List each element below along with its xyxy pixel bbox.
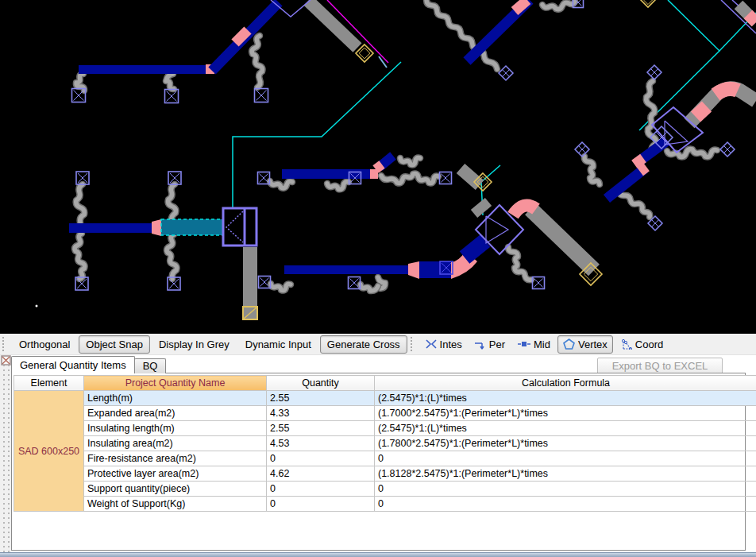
cursor-dot bbox=[36, 305, 38, 308]
snap-label: Intes bbox=[440, 338, 462, 350]
duct-path bbox=[716, 89, 738, 95]
toolbar-grip[interactable] bbox=[2, 337, 8, 351]
toolbar-button-display-in-grey[interactable]: Display In Grey bbox=[152, 335, 237, 354]
anchor-box-cross bbox=[442, 174, 450, 183]
snap-button-coord[interactable]: Coord bbox=[615, 335, 669, 354]
quantity-value-cell[interactable]: 4.33 bbox=[267, 406, 375, 421]
tab-general-quantity-items[interactable]: General Quantity Items bbox=[11, 356, 135, 373]
formula-cell[interactable]: (2.5475)*1:(L)*times bbox=[375, 421, 756, 436]
table-row: Insulating area(m2)4.53(1.7800*2.5475)*1… bbox=[14, 436, 756, 451]
quantity-value-cell[interactable]: 0 bbox=[267, 451, 375, 466]
anchor-box-cross bbox=[260, 278, 269, 287]
duct-line bbox=[474, 202, 488, 214]
formula-cell[interactable]: (2.5475)*1:(L)*times bbox=[375, 391, 756, 406]
column-header-project-quantity-name: Project Quantity Name bbox=[84, 376, 267, 391]
anchor-box-cross bbox=[256, 91, 267, 101]
table-row: Fire-resistance area(m2)00 bbox=[14, 451, 756, 466]
toolbar-button-orthogonal[interactable]: Orthogonal bbox=[12, 335, 77, 354]
quantity-value-cell[interactable]: 4.62 bbox=[267, 466, 375, 482]
toolbar: OrthogonalObject SnapDisplay In GreyDyna… bbox=[0, 334, 756, 355]
column-header-quantity: Quantity bbox=[267, 376, 375, 391]
duct-rect bbox=[282, 169, 370, 179]
cad-drawing bbox=[0, 0, 756, 334]
formula-cell[interactable]: 0 bbox=[375, 482, 756, 497]
anchor-box-cross bbox=[167, 91, 177, 102]
coordinate-icon bbox=[620, 338, 632, 350]
tab-bar: General Quantity ItemsBQ Export BQ to EX… bbox=[11, 355, 756, 373]
duct-line bbox=[696, 106, 707, 117]
vertex-icon bbox=[563, 338, 575, 350]
duct-line bbox=[530, 209, 594, 270]
snap-label: Coord bbox=[635, 338, 663, 350]
midpoint-icon bbox=[518, 338, 530, 350]
snap-button-intes[interactable]: Intes bbox=[420, 335, 468, 354]
tab-bq[interactable]: BQ bbox=[134, 358, 167, 373]
bottom-panel: General Quantity ItemsBQ Export BQ to EX… bbox=[0, 355, 756, 552]
quantity-name-cell[interactable]: Insulating length(m) bbox=[84, 421, 267, 436]
quantity-name-cell[interactable]: Protective layer area(m2) bbox=[84, 466, 267, 482]
duct-rect bbox=[161, 219, 224, 235]
anchor-box-cross bbox=[534, 279, 543, 288]
quantity-name-cell[interactable]: Expanded area(m2) bbox=[84, 406, 267, 421]
table-row: Protective layer area(m2)4.62(1.8128*2.5… bbox=[14, 466, 756, 482]
flex-duct-inner bbox=[619, 191, 650, 217]
polyline bbox=[486, 216, 508, 243]
duct-rect bbox=[69, 223, 152, 233]
table-row: Weight of Support(Kg)00 bbox=[14, 497, 756, 512]
damper-diamond bbox=[356, 44, 373, 62]
element-cell[interactable]: SAD 600x250 bbox=[14, 391, 84, 512]
quantity-name-cell[interactable]: Insulating area(m2) bbox=[84, 436, 267, 451]
formula-cell[interactable]: 0 bbox=[375, 451, 756, 466]
perpendicular-icon bbox=[475, 338, 486, 350]
duct-rect bbox=[284, 265, 408, 274]
duct-line bbox=[465, 241, 485, 257]
quantity-value-cell[interactable]: 2.55 bbox=[267, 391, 375, 406]
snap-button-vertex[interactable]: Vertex bbox=[557, 335, 613, 354]
flex-duct-inner bbox=[542, 2, 575, 10]
quantity-name-cell[interactable]: Fire-resistance area(m2) bbox=[84, 451, 267, 466]
damper-diamond-inner bbox=[359, 48, 370, 59]
quantity-name-cell[interactable]: Weight of Support(Kg) bbox=[84, 497, 267, 512]
quantity-value-cell[interactable]: 0 bbox=[267, 482, 375, 497]
duct-rect bbox=[79, 65, 206, 74]
duct-line bbox=[634, 158, 643, 164]
intersection-icon bbox=[426, 338, 437, 350]
cad-canvas[interactable] bbox=[0, 0, 756, 334]
quantity-value-cell[interactable]: 2.55 bbox=[267, 421, 375, 436]
table-row: Insulating length(m)2.55(2.5475)*1:(L)*t… bbox=[14, 421, 756, 436]
quantity-name-cell[interactable]: Length(m) bbox=[84, 391, 267, 406]
toolbar-button-dynamic-input[interactable]: Dynamic Input bbox=[238, 335, 318, 354]
snap-label: Vertex bbox=[578, 338, 608, 350]
diamond-marker-cross bbox=[724, 146, 731, 153]
flex-duct-inner bbox=[426, 0, 497, 69]
snap-label: Mid bbox=[534, 338, 550, 350]
snap-button-per[interactable]: Per bbox=[469, 335, 511, 354]
quantity-panel: ElementProject Quantity NameQuantityCalc… bbox=[11, 373, 746, 551]
formula-cell[interactable]: (1.7000*2.5475)*1:(Perimeter*L)*times bbox=[375, 406, 756, 421]
quantity-value-cell[interactable]: 4.53 bbox=[267, 436, 375, 451]
diamond-marker-cross bbox=[503, 70, 510, 77]
quantity-value-cell[interactable]: 0 bbox=[267, 497, 375, 512]
column-header-calculation-formula: Calculation Formula bbox=[375, 376, 756, 391]
diamond-marker-cross bbox=[579, 146, 586, 153]
anchor-box-cross bbox=[350, 279, 359, 288]
detach-panel-icon[interactable] bbox=[1, 355, 11, 366]
anchor-box-cross bbox=[74, 91, 84, 101]
toolbar-button-generate-cross[interactable]: Generate Cross bbox=[320, 335, 407, 354]
table-row: Expanded area(m2)4.33(1.7000*2.5475)*1:(… bbox=[14, 406, 756, 421]
formula-cell[interactable]: 0 bbox=[375, 497, 756, 512]
polygon bbox=[408, 261, 419, 279]
export-bq-button[interactable]: Export BQ to EXCEL bbox=[597, 358, 723, 374]
quantity-table: ElementProject Quantity NameQuantityCalc… bbox=[14, 375, 756, 512]
quantity-name-cell[interactable]: Support quantity(piece) bbox=[84, 482, 267, 497]
table-row: SAD 600x250Length(m)2.55(2.5475)*1:(L)*t… bbox=[14, 391, 756, 406]
column-header-element: Element bbox=[14, 376, 84, 391]
formula-cell[interactable]: (1.7800*2.5475)*1:(Perimeter*L)*times bbox=[375, 436, 756, 451]
snap-button-mid[interactable]: Mid bbox=[512, 335, 556, 354]
duct-rect bbox=[419, 261, 451, 278]
snap-label: Per bbox=[489, 338, 505, 350]
toolbar-grip-2[interactable] bbox=[411, 337, 416, 351]
polygon bbox=[152, 219, 161, 236]
formula-cell[interactable]: (1.8128*2.5475)*1:(Perimeter*L)*times bbox=[375, 466, 756, 482]
toolbar-button-object-snap[interactable]: Object Snap bbox=[79, 335, 150, 354]
